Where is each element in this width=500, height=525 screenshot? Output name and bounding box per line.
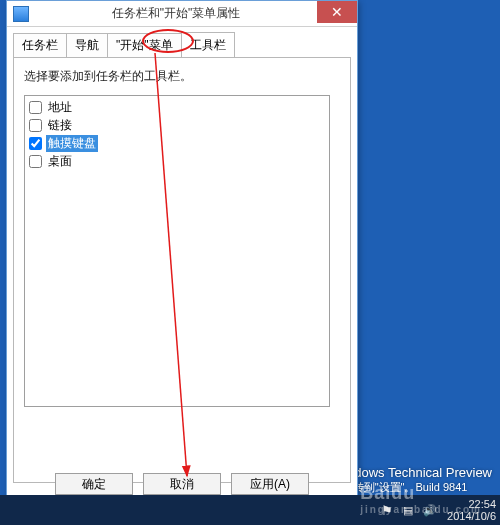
window-icon <box>13 6 29 22</box>
taskbar-clock[interactable]: 22:54 2014/10/6 <box>447 498 496 522</box>
instruction-text: 选择要添加到任务栏的工具栏。 <box>24 68 340 85</box>
list-item-links[interactable]: 链接 <box>27 116 327 134</box>
list-item-touch-keyboard[interactable]: 触摸键盘 <box>27 134 327 152</box>
label-desktop: 桌面 <box>46 153 74 170</box>
close-icon: ✕ <box>331 4 343 20</box>
clock-time: 22:54 <box>447 498 496 510</box>
cancel-button[interactable]: 取消 <box>143 473 221 495</box>
toolbars-panel: 选择要添加到任务栏的工具栏。 地址 链接 触摸键盘 桌面 <box>13 57 351 483</box>
system-taskbar[interactable]: ⚑ ▤ 🔊 22:54 2014/10/6 <box>0 495 500 525</box>
checkbox-links[interactable] <box>29 119 42 132</box>
titlebar[interactable]: 任务栏和"开始"菜单属性 ✕ <box>7 1 357 27</box>
checkbox-desktop[interactable] <box>29 155 42 168</box>
tab-taskbar[interactable]: 任务栏 <box>13 33 67 57</box>
toolbars-listbox[interactable]: 地址 链接 触摸键盘 桌面 <box>24 95 330 407</box>
checkbox-touch-keyboard[interactable] <box>29 137 42 150</box>
taskbar-properties-dialog: 任务栏和"开始"菜单属性 ✕ 任务栏 导航 "开始"菜单 工具栏 选择要添加到任… <box>6 0 358 506</box>
label-touch-keyboard: 触摸键盘 <box>46 135 98 152</box>
close-button[interactable]: ✕ <box>317 1 357 23</box>
window-title: 任务栏和"开始"菜单属性 <box>35 5 357 22</box>
label-address: 地址 <box>46 99 74 116</box>
tab-start-menu[interactable]: "开始"菜单 <box>107 33 182 57</box>
desktop-edition-text: 'indows Technical Preview 请转到"设置"。Build … <box>342 465 492 495</box>
edition-line: 'indows Technical Preview <box>342 465 492 480</box>
tab-toolbars[interactable]: 工具栏 <box>181 32 235 57</box>
tab-navigation[interactable]: 导航 <box>66 33 108 57</box>
list-item-address[interactable]: 地址 <box>27 98 327 116</box>
list-item-desktop[interactable]: 桌面 <box>27 152 327 170</box>
tray-area: ⚑ ▤ 🔊 22:54 2014/10/6 <box>381 498 496 522</box>
build-line: 请转到"设置"。Build 9841 <box>342 480 492 495</box>
clock-date: 2014/10/6 <box>447 510 496 522</box>
volume-icon[interactable]: 🔊 <box>423 504 437 517</box>
action-center-icon[interactable]: ⚑ <box>381 503 393 518</box>
apply-button[interactable]: 应用(A) <box>231 473 309 495</box>
network-icon[interactable]: ▤ <box>403 504 413 517</box>
label-links: 链接 <box>46 117 74 134</box>
tab-strip: 任务栏 导航 "开始"菜单 工具栏 <box>7 27 357 57</box>
dialog-buttons: 确定 取消 应用(A) <box>7 473 357 495</box>
ok-button[interactable]: 确定 <box>55 473 133 495</box>
checkbox-address[interactable] <box>29 101 42 114</box>
